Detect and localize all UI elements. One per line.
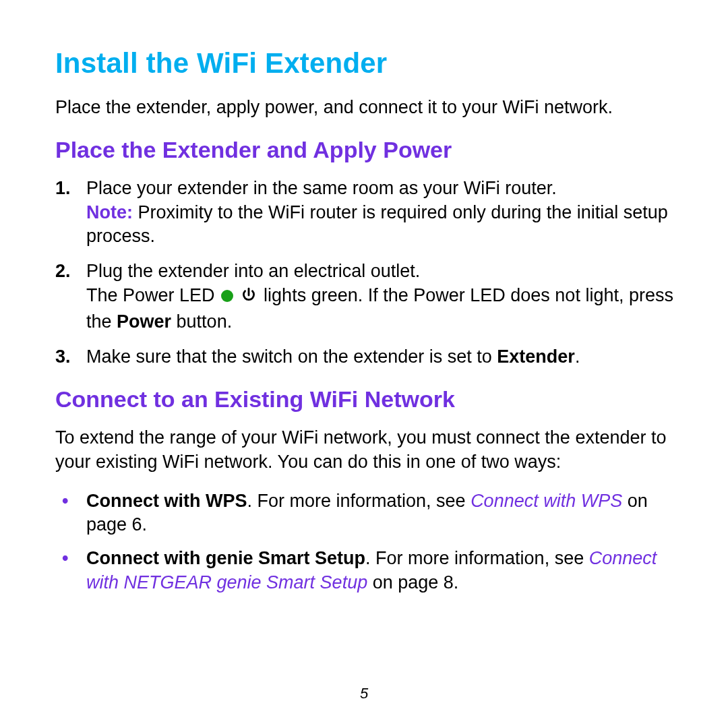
- step-2-led-pre: The Power LED: [86, 285, 220, 305]
- section-heading-place-extender: Place the Extender and Apply Power: [55, 137, 681, 163]
- step-3: Make sure that the switch on the extende…: [55, 345, 681, 369]
- bullet-genie-label: Connect with genie Smart Setup: [86, 548, 365, 568]
- bullet-wps: Connect with WPS. For more information, …: [55, 489, 681, 537]
- step-2-line1: Plug the extender into an electrical out…: [86, 261, 420, 281]
- note-label: Note:: [86, 202, 133, 222]
- power-icon: [240, 286, 257, 311]
- step-1: Place your extender in the same room as …: [55, 177, 681, 249]
- page-title-h1: Install the WiFi Extender: [55, 47, 681, 80]
- led-dot-icon: [221, 290, 233, 302]
- step-2: Plug the extender into an electrical out…: [55, 260, 681, 334]
- connection-options-list: Connect with WPS. For more information, …: [55, 489, 681, 595]
- page-number: 5: [0, 685, 728, 702]
- section-heading-connect-wifi: Connect to an Existing WiFi Network: [55, 386, 681, 413]
- power-word: Power: [117, 311, 171, 332]
- bullet-wps-label: Connect with WPS: [86, 491, 247, 511]
- bullet-genie-mid: . For more information, see: [365, 548, 589, 568]
- bullet-wps-mid: . For more information, see: [247, 491, 471, 511]
- step-3-post: .: [575, 346, 580, 367]
- intro-paragraph: Place the extender, apply power, and con…: [55, 96, 681, 119]
- numbered-steps-list: Place your extender in the same room as …: [55, 177, 681, 369]
- step-3-bold: Extender: [497, 346, 575, 367]
- step-2-after-power: button.: [171, 311, 232, 332]
- bullet-genie: Connect with genie Smart Setup. For more…: [55, 547, 681, 595]
- step-3-pre: Make sure that the switch on the extende…: [86, 346, 497, 367]
- xref-connect-with-wps[interactable]: Connect with WPS: [471, 491, 622, 511]
- step-1-text: Place your extender in the same room as …: [86, 178, 557, 198]
- connect-intro-paragraph: To extend the range of your WiFi network…: [55, 426, 681, 474]
- document-page: Install the WiFi Extender Place the exte…: [0, 0, 728, 728]
- bullet-genie-tail: on page 8.: [367, 572, 458, 593]
- note-text: Proximity to the WiFi router is required…: [86, 202, 668, 247]
